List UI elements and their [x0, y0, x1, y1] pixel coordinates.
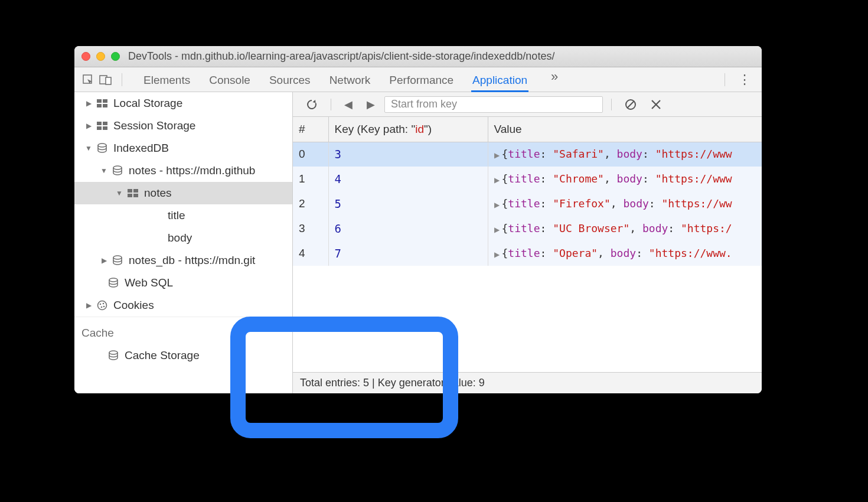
tree-item-label: Cookies	[113, 299, 154, 312]
window-maximize-button[interactable]	[111, 52, 120, 61]
cell-value: ▶{title: "Safari", body: "https://www	[488, 142, 762, 167]
cell-key: 3	[328, 142, 488, 167]
tree-item[interactable]: Web SQL	[74, 272, 292, 294]
caret-icon[interactable]	[85, 144, 92, 152]
device-toggle-icon[interactable]	[98, 72, 113, 87]
svg-rect-6	[103, 104, 107, 107]
toolbar-separator	[725, 73, 725, 86]
svg-rect-8	[103, 122, 107, 125]
traffic-lights	[81, 52, 120, 61]
tree-item[interactable]: IndexedDB	[74, 137, 292, 159]
grid-icon	[96, 122, 109, 130]
caret-icon[interactable]	[100, 256, 107, 265]
tree-item[interactable]: body	[74, 227, 292, 249]
tree-item-label: notes	[144, 187, 171, 200]
footer-text: Total entries: 5 | Key generator value: …	[300, 377, 485, 389]
db-icon	[111, 165, 124, 176]
prev-page-icon[interactable]: ◀	[340, 98, 357, 111]
delete-icon[interactable]	[646, 99, 666, 110]
caret-icon[interactable]	[100, 167, 107, 175]
db-icon	[96, 143, 109, 154]
tab-sources[interactable]: Sources	[268, 69, 312, 90]
sub-separator	[611, 99, 612, 110]
svg-rect-5	[97, 104, 102, 107]
cache-tree: Cache Storage	[74, 344, 292, 367]
tab-performance[interactable]: Performance	[388, 69, 455, 90]
tree-item[interactable]: notes	[74, 182, 292, 204]
table-row[interactable]: 25▶{title: "Firefox", body: "https://ww	[293, 191, 762, 216]
svg-rect-14	[133, 189, 138, 193]
cell-index: 0	[293, 142, 328, 167]
start-key-input[interactable]	[384, 96, 603, 113]
svg-rect-4	[103, 99, 107, 103]
clear-icon[interactable]	[620, 99, 641, 110]
tree-item[interactable]: Cookies	[74, 294, 292, 317]
overflow-chevron[interactable]: »	[545, 69, 564, 90]
tree-item-label: notes - https://mdn.github	[129, 164, 255, 177]
svg-rect-13	[128, 189, 132, 193]
refresh-icon[interactable]	[301, 99, 322, 110]
tree-item-label: title	[168, 209, 185, 222]
tree-item[interactable]: Local Storage	[74, 92, 292, 115]
caret-icon[interactable]	[85, 122, 92, 130]
cell-index: 2	[293, 191, 328, 216]
svg-rect-16	[133, 194, 138, 197]
caret-icon[interactable]	[116, 189, 123, 197]
db-icon	[111, 255, 124, 266]
kebab-menu-icon[interactable]: ⋮	[733, 72, 756, 87]
cell-key: 5	[328, 191, 488, 216]
tree-item[interactable]: notes - https://mdn.github	[74, 159, 292, 182]
tab-application[interactable]: Application	[471, 69, 528, 90]
data-table-wrap: # Key (Key path: "id") Value 03▶{title: …	[293, 117, 762, 372]
tree-item-label: IndexedDB	[113, 142, 169, 155]
tree-item-label: Session Storage	[113, 119, 195, 132]
tab-network[interactable]: Network	[328, 69, 372, 90]
table-row[interactable]: 14▶{title: "Chrome", body: "https://www	[293, 167, 762, 191]
tree-item-label: Cache Storage	[125, 349, 200, 362]
caret-icon[interactable]	[85, 99, 92, 107]
db-icon	[107, 350, 120, 361]
main-area: Local StorageSession StorageIndexedDBnot…	[74, 92, 762, 393]
svg-rect-9	[97, 126, 102, 130]
tab-console[interactable]: Console	[208, 69, 252, 90]
cell-index: 4	[293, 241, 328, 266]
cell-index: 3	[293, 216, 328, 241]
tree-item-label: notes_db - https://mdn.git	[129, 254, 255, 267]
svg-rect-10	[103, 126, 107, 130]
col-index[interactable]: #	[293, 117, 328, 142]
sidebar-spacer: Cache Cache Storage	[74, 317, 292, 393]
col-key[interactable]: Key (Key path: "id")	[328, 117, 488, 142]
table-row[interactable]: 47▶{title: "Opera", body: "https://www.	[293, 241, 762, 266]
window-close-button[interactable]	[81, 52, 90, 61]
next-page-icon[interactable]: ▶	[362, 98, 380, 111]
cell-value: ▶{title: "Opera", body: "https://www.	[488, 241, 762, 266]
cell-key: 4	[328, 167, 488, 191]
tree-item[interactable]: Cache Storage	[74, 344, 292, 367]
svg-point-11	[98, 144, 106, 147]
tab-elements[interactable]: Elements	[142, 69, 191, 90]
data-table: # Key (Key path: "id") Value 03▶{title: …	[293, 117, 762, 266]
tree-item[interactable]: notes_db - https://mdn.git	[74, 249, 292, 272]
col-value[interactable]: Value	[488, 117, 762, 142]
table-row[interactable]: 03▶{title: "Safari", body: "https://www	[293, 142, 762, 167]
tree-item[interactable]: Session Storage	[74, 115, 292, 137]
storage-tree: Local StorageSession StorageIndexedDBnot…	[74, 92, 292, 317]
tree-item-label: body	[168, 232, 192, 245]
inspect-icon[interactable]	[80, 72, 96, 87]
svg-rect-15	[128, 194, 132, 197]
status-footer: Total entries: 5 | Key generator value: …	[293, 372, 762, 393]
cell-index: 1	[293, 167, 328, 191]
window-minimize-button[interactable]	[96, 52, 105, 61]
sub-toolbar: ◀ ▶	[293, 92, 762, 117]
tree-item-label: Local Storage	[113, 97, 182, 110]
svg-point-24	[109, 351, 118, 354]
svg-point-22	[101, 307, 103, 308]
table-row[interactable]: 36▶{title: "UC Browser", body: "https:/	[293, 216, 762, 241]
svg-point-12	[113, 166, 122, 169]
tree-item[interactable]: title	[74, 204, 292, 227]
tree-item-label: Web SQL	[125, 276, 173, 289]
window-title: DevTools - mdn.github.io/learning-area/j…	[128, 50, 554, 63]
caret-icon[interactable]	[85, 301, 92, 309]
toolbar-separator	[122, 73, 122, 86]
svg-point-21	[103, 303, 105, 305]
